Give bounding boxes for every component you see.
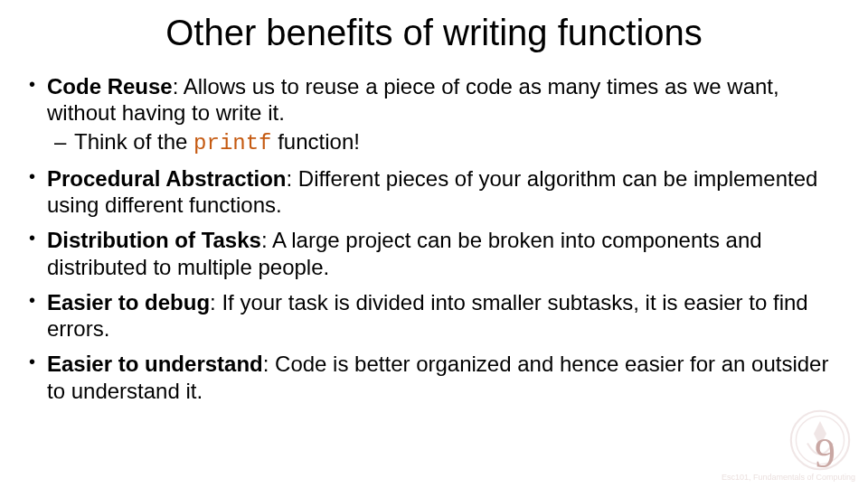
- bullet-item: Easier to understand: Code is better org…: [20, 351, 841, 404]
- bullet-item: Code Reuse: Allows us to reuse a piece o…: [20, 73, 841, 156]
- sub-bullet-item: Think of the printf function!: [47, 128, 841, 156]
- slide-title: Other benefits of writing functions: [0, 13, 868, 53]
- sub-post: function!: [272, 129, 360, 154]
- bullet-item: Easier to debug: If your task is divided…: [20, 289, 841, 343]
- bullet-bold: Procedural Abstraction: [47, 166, 287, 191]
- page-number: 9: [815, 429, 835, 477]
- footer-label: Esc101, Fundamentals of Computing: [722, 474, 855, 483]
- code-literal: printf: [193, 131, 271, 155]
- bullet-bold: Easier to understand: [47, 352, 263, 376]
- bullet-bold: Code Reuse: [47, 74, 173, 99]
- bullet-item: Distribution of Tasks: A large project c…: [20, 227, 841, 280]
- sub-pre: Think of the: [74, 129, 193, 154]
- bullet-item: Procedural Abstraction: Different pieces…: [20, 165, 841, 219]
- slide-body: Code Reuse: Allows us to reuse a piece o…: [0, 73, 868, 404]
- bullet-bold: Easier to debug: [47, 290, 210, 314]
- bullet-bold: Distribution of Tasks: [47, 228, 261, 252]
